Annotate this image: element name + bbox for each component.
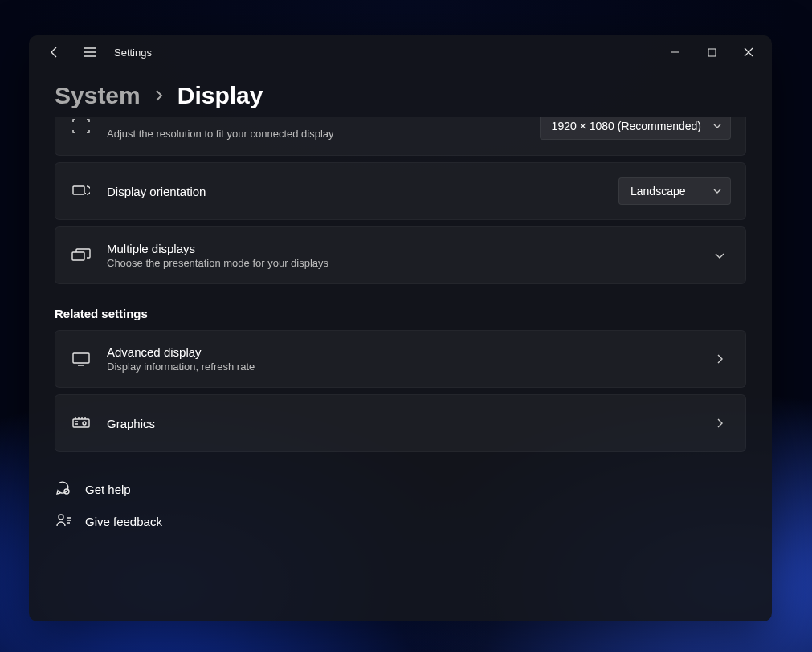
setting-subtitle: Choose the presentation mode for your di…	[107, 257, 694, 269]
setting-display-orientation: Display orientation Landscape	[55, 162, 746, 220]
minimize-button[interactable]	[656, 38, 693, 67]
link-label: Give feedback	[85, 515, 162, 528]
close-button[interactable]	[730, 38, 767, 67]
dropdown-value: Landscape	[630, 185, 686, 198]
maximize-button[interactable]	[693, 38, 730, 67]
breadcrumb: System Display	[29, 69, 772, 117]
dropdown-value: 1920 × 1080 (Recommended)	[552, 120, 701, 132]
app-title: Settings	[114, 47, 152, 59]
setting-title: Display orientation	[107, 185, 604, 198]
svg-rect-2	[72, 252, 84, 260]
setting-display-resolution: Display resolution Adjust the resolution…	[55, 117, 746, 156]
setting-subtitle: Display information, refresh rate	[107, 361, 694, 373]
chevron-right-icon	[153, 90, 165, 101]
give-feedback-link[interactable]: Give feedback	[55, 505, 746, 537]
resolution-dropdown[interactable]: 1920 × 1080 (Recommended)	[540, 117, 731, 140]
svg-rect-1	[73, 186, 84, 194]
minimize-icon	[670, 47, 679, 57]
nav-menu-button[interactable]	[74, 36, 106, 68]
orientation-icon	[70, 184, 92, 198]
maximize-icon	[708, 48, 716, 57]
close-icon	[744, 47, 753, 57]
resolution-icon	[70, 119, 92, 133]
svg-rect-3	[73, 353, 89, 363]
graphics-icon	[70, 416, 92, 430]
hamburger-icon	[84, 47, 96, 57]
chevron-down-icon	[708, 250, 731, 261]
monitor-icon	[70, 352, 92, 366]
setting-multiple-displays[interactable]: Multiple displays Choose the presentatio…	[55, 226, 746, 284]
chevron-down-icon	[712, 186, 722, 196]
breadcrumb-parent[interactable]: System	[55, 82, 141, 109]
related-settings-header: Related settings	[55, 307, 746, 320]
setting-advanced-display[interactable]: Advanced display Display information, re…	[55, 330, 746, 388]
svg-point-5	[83, 422, 86, 425]
breadcrumb-current: Display	[177, 82, 263, 109]
svg-rect-4	[73, 419, 89, 427]
setting-graphics[interactable]: Graphics	[55, 394, 746, 452]
svg-rect-0	[708, 49, 716, 56]
settings-window: Settings System Display Display resoluti…	[29, 35, 772, 621]
orientation-dropdown[interactable]: Landscape	[618, 177, 731, 205]
back-button[interactable]	[39, 36, 71, 68]
setting-title: Multiple displays	[107, 242, 694, 255]
get-help-link[interactable]: Get help	[55, 473, 746, 505]
setting-title: Advanced display	[107, 345, 694, 359]
chevron-down-icon	[712, 121, 722, 131]
arrow-left-icon	[48, 46, 61, 59]
help-icon	[55, 481, 74, 497]
multiple-displays-icon	[70, 248, 92, 263]
titlebar-left: Settings	[39, 36, 152, 68]
link-label: Get help	[85, 483, 131, 496]
setting-title: Graphics	[107, 417, 694, 430]
setting-subtitle: Adjust the resolution to fit your connec…	[107, 128, 525, 140]
content: Display resolution Adjust the resolution…	[29, 117, 772, 621]
chevron-right-icon	[708, 353, 731, 365]
feedback-icon	[55, 513, 74, 529]
chevron-right-icon	[708, 418, 731, 429]
svg-point-7	[59, 515, 63, 520]
titlebar: Settings	[29, 35, 772, 69]
